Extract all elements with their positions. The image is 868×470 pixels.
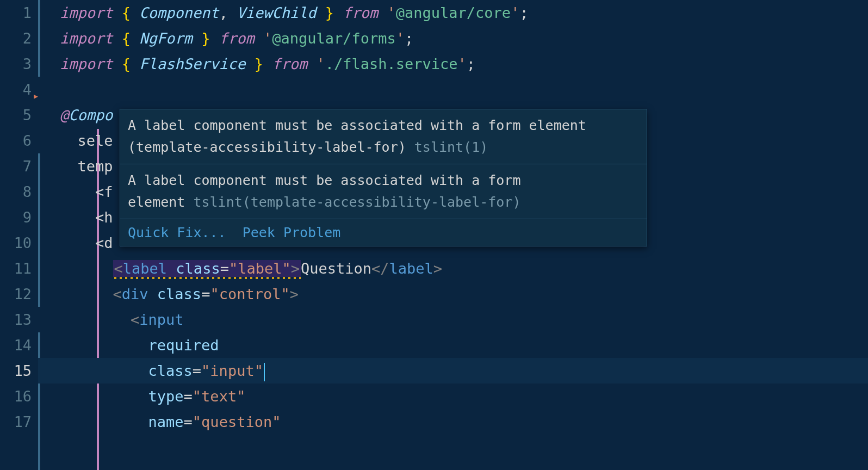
line-number[interactable]: 4▸	[0, 77, 32, 102]
line-number[interactable]: 6	[0, 128, 32, 153]
line-number[interactable]: 11	[0, 256, 32, 281]
line-number[interactable]: 16	[0, 384, 32, 409]
code-line[interactable]: import { NgForm } from '@angular/forms';	[38, 26, 868, 51]
code-line[interactable]: <div class="control">	[38, 281, 868, 307]
diagnostic-message: A label component must be associated wit…	[120, 164, 647, 219]
line-number[interactable]: 10	[0, 230, 32, 256]
line-number[interactable]: 3	[0, 51, 32, 77]
quick-fix-action[interactable]: Quick Fix...	[128, 225, 226, 240]
code-line[interactable]: required	[38, 332, 868, 358]
line-number[interactable]: 9	[0, 205, 32, 230]
line-number[interactable]: 5	[0, 102, 32, 128]
line-number[interactable]: 14	[0, 332, 32, 358]
text-cursor	[264, 363, 265, 381]
code-line[interactable]: <label class="label">Question</label>	[38, 256, 868, 281]
line-number-gutter[interactable]: 1 2 3 4▸ 5 6 7 8 9 10 11 12 13 14 15 16 …	[0, 0, 38, 470]
code-line[interactable]: name="question"	[38, 409, 868, 435]
code-line[interactable]: import { FlashService } from './flash.se…	[38, 51, 868, 77]
diagnostic-hover-popup: A label component must be associated wit…	[120, 109, 647, 246]
lint-warning-span[interactable]: <label class="label">	[113, 260, 301, 277]
code-line[interactable]: import { Component, ViewChild } from '@a…	[38, 0, 868, 26]
line-number[interactable]: 2	[0, 26, 32, 51]
diagnostic-message: A label component must be associated wit…	[120, 109, 647, 164]
line-number[interactable]: 1	[0, 0, 32, 26]
code-line-current[interactable]: class="input"	[38, 358, 868, 384]
line-number[interactable]: 13	[0, 307, 32, 332]
line-number[interactable]: 12	[0, 281, 32, 307]
line-number[interactable]: 17	[0, 409, 32, 435]
code-line[interactable]	[38, 77, 868, 102]
code-line[interactable]: type="text"	[38, 384, 868, 409]
line-number[interactable]: 15	[0, 358, 32, 384]
peek-problem-action[interactable]: Peek Problem	[243, 225, 341, 240]
code-line[interactable]: <input	[38, 307, 868, 332]
line-number[interactable]: 7	[0, 153, 32, 179]
diagnostic-actions: Quick Fix... Peek Problem	[120, 219, 647, 246]
line-number[interactable]: 8	[0, 179, 32, 205]
